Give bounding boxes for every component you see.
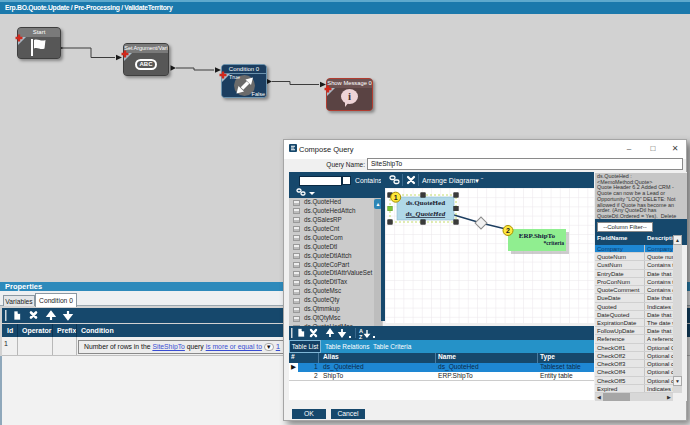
svg-text:ds_QuoteHed: ds_QuoteHed [406, 210, 446, 218]
svg-text:ERP.ShipTo: ERP.ShipTo [519, 232, 556, 240]
svg-text:Z: Z [359, 334, 363, 340]
svg-text:*criteria: *criteria [544, 240, 565, 246]
svg-text:2: 2 [506, 227, 510, 234]
svg-text:1: 1 [394, 194, 398, 201]
svg-text:ds.QuoteHed: ds.QuoteHed [406, 199, 445, 207]
